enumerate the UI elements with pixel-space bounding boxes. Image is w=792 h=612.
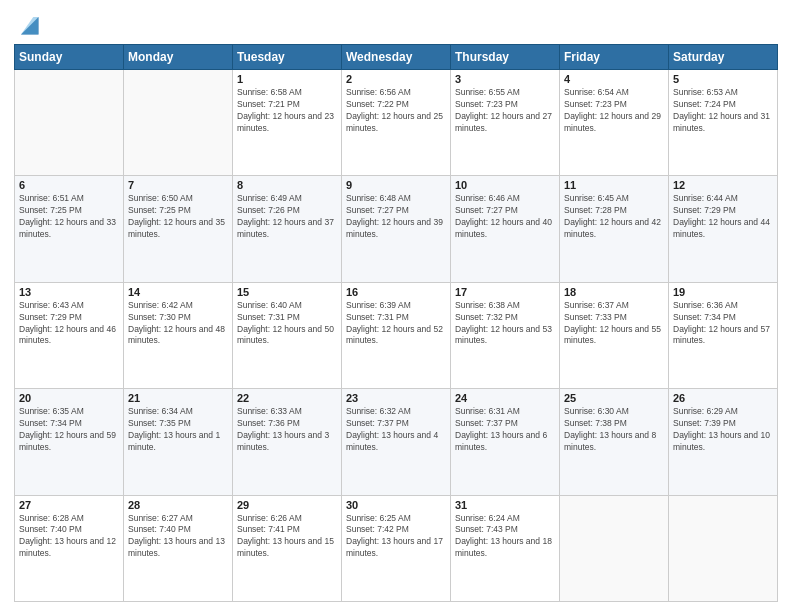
- day-info: Sunrise: 6:30 AM Sunset: 7:38 PM Dayligh…: [564, 406, 664, 454]
- week-row-1: 6Sunrise: 6:51 AM Sunset: 7:25 PM Daylig…: [15, 176, 778, 282]
- calendar-cell: 24Sunrise: 6:31 AM Sunset: 7:37 PM Dayli…: [451, 389, 560, 495]
- calendar-header: SundayMondayTuesdayWednesdayThursdayFrid…: [15, 45, 778, 70]
- day-number: 18: [564, 286, 664, 298]
- calendar-cell: 25Sunrise: 6:30 AM Sunset: 7:38 PM Dayli…: [560, 389, 669, 495]
- day-info: Sunrise: 6:46 AM Sunset: 7:27 PM Dayligh…: [455, 193, 555, 241]
- calendar-cell: 31Sunrise: 6:24 AM Sunset: 7:43 PM Dayli…: [451, 495, 560, 601]
- calendar-cell: 22Sunrise: 6:33 AM Sunset: 7:36 PM Dayli…: [233, 389, 342, 495]
- day-number: 10: [455, 179, 555, 191]
- day-info: Sunrise: 6:36 AM Sunset: 7:34 PM Dayligh…: [673, 300, 773, 348]
- weekday-monday: Monday: [124, 45, 233, 70]
- day-number: 2: [346, 73, 446, 85]
- day-info: Sunrise: 6:38 AM Sunset: 7:32 PM Dayligh…: [455, 300, 555, 348]
- calendar-cell: 1Sunrise: 6:58 AM Sunset: 7:21 PM Daylig…: [233, 70, 342, 176]
- day-number: 17: [455, 286, 555, 298]
- generalblue-icon: [14, 10, 42, 38]
- day-info: Sunrise: 6:31 AM Sunset: 7:37 PM Dayligh…: [455, 406, 555, 454]
- calendar-cell: 8Sunrise: 6:49 AM Sunset: 7:26 PM Daylig…: [233, 176, 342, 282]
- day-info: Sunrise: 6:54 AM Sunset: 7:23 PM Dayligh…: [564, 87, 664, 135]
- week-row-3: 20Sunrise: 6:35 AM Sunset: 7:34 PM Dayli…: [15, 389, 778, 495]
- calendar-cell: 20Sunrise: 6:35 AM Sunset: 7:34 PM Dayli…: [15, 389, 124, 495]
- svg-marker-1: [21, 17, 39, 35]
- day-info: Sunrise: 6:27 AM Sunset: 7:40 PM Dayligh…: [128, 513, 228, 561]
- weekday-tuesday: Tuesday: [233, 45, 342, 70]
- day-number: 28: [128, 499, 228, 511]
- day-number: 23: [346, 392, 446, 404]
- day-info: Sunrise: 6:29 AM Sunset: 7:39 PM Dayligh…: [673, 406, 773, 454]
- day-info: Sunrise: 6:34 AM Sunset: 7:35 PM Dayligh…: [128, 406, 228, 454]
- calendar-cell: [560, 495, 669, 601]
- day-info: Sunrise: 6:40 AM Sunset: 7:31 PM Dayligh…: [237, 300, 337, 348]
- day-info: Sunrise: 6:58 AM Sunset: 7:21 PM Dayligh…: [237, 87, 337, 135]
- day-info: Sunrise: 6:49 AM Sunset: 7:26 PM Dayligh…: [237, 193, 337, 241]
- week-row-0: 1Sunrise: 6:58 AM Sunset: 7:21 PM Daylig…: [15, 70, 778, 176]
- day-number: 31: [455, 499, 555, 511]
- calendar-cell: 15Sunrise: 6:40 AM Sunset: 7:31 PM Dayli…: [233, 282, 342, 388]
- day-number: 24: [455, 392, 555, 404]
- day-info: Sunrise: 6:24 AM Sunset: 7:43 PM Dayligh…: [455, 513, 555, 561]
- calendar-cell: [124, 70, 233, 176]
- calendar-cell: 12Sunrise: 6:44 AM Sunset: 7:29 PM Dayli…: [669, 176, 778, 282]
- calendar-cell: 23Sunrise: 6:32 AM Sunset: 7:37 PM Dayli…: [342, 389, 451, 495]
- calendar-cell: 7Sunrise: 6:50 AM Sunset: 7:25 PM Daylig…: [124, 176, 233, 282]
- day-number: 29: [237, 499, 337, 511]
- calendar-cell: 28Sunrise: 6:27 AM Sunset: 7:40 PM Dayli…: [124, 495, 233, 601]
- calendar-cell: [15, 70, 124, 176]
- calendar-body: 1Sunrise: 6:58 AM Sunset: 7:21 PM Daylig…: [15, 70, 778, 602]
- day-number: 22: [237, 392, 337, 404]
- day-info: Sunrise: 6:28 AM Sunset: 7:40 PM Dayligh…: [19, 513, 119, 561]
- day-info: Sunrise: 6:43 AM Sunset: 7:29 PM Dayligh…: [19, 300, 119, 348]
- day-number: 16: [346, 286, 446, 298]
- calendar-cell: 19Sunrise: 6:36 AM Sunset: 7:34 PM Dayli…: [669, 282, 778, 388]
- day-info: Sunrise: 6:44 AM Sunset: 7:29 PM Dayligh…: [673, 193, 773, 241]
- calendar-table: SundayMondayTuesdayWednesdayThursdayFrid…: [14, 44, 778, 602]
- calendar-cell: 5Sunrise: 6:53 AM Sunset: 7:24 PM Daylig…: [669, 70, 778, 176]
- day-number: 9: [346, 179, 446, 191]
- day-number: 15: [237, 286, 337, 298]
- day-number: 21: [128, 392, 228, 404]
- calendar-cell: 10Sunrise: 6:46 AM Sunset: 7:27 PM Dayli…: [451, 176, 560, 282]
- calendar-cell: 11Sunrise: 6:45 AM Sunset: 7:28 PM Dayli…: [560, 176, 669, 282]
- calendar-cell: 9Sunrise: 6:48 AM Sunset: 7:27 PM Daylig…: [342, 176, 451, 282]
- day-number: 6: [19, 179, 119, 191]
- calendar-cell: 3Sunrise: 6:55 AM Sunset: 7:23 PM Daylig…: [451, 70, 560, 176]
- day-info: Sunrise: 6:53 AM Sunset: 7:24 PM Dayligh…: [673, 87, 773, 135]
- day-info: Sunrise: 6:25 AM Sunset: 7:42 PM Dayligh…: [346, 513, 446, 561]
- day-number: 4: [564, 73, 664, 85]
- day-number: 1: [237, 73, 337, 85]
- day-number: 7: [128, 179, 228, 191]
- header: [14, 10, 778, 38]
- day-number: 19: [673, 286, 773, 298]
- day-info: Sunrise: 6:45 AM Sunset: 7:28 PM Dayligh…: [564, 193, 664, 241]
- week-row-2: 13Sunrise: 6:43 AM Sunset: 7:29 PM Dayli…: [15, 282, 778, 388]
- day-info: Sunrise: 6:42 AM Sunset: 7:30 PM Dayligh…: [128, 300, 228, 348]
- calendar-cell: 29Sunrise: 6:26 AM Sunset: 7:41 PM Dayli…: [233, 495, 342, 601]
- calendar-cell: 13Sunrise: 6:43 AM Sunset: 7:29 PM Dayli…: [15, 282, 124, 388]
- week-row-4: 27Sunrise: 6:28 AM Sunset: 7:40 PM Dayli…: [15, 495, 778, 601]
- day-number: 13: [19, 286, 119, 298]
- day-info: Sunrise: 6:55 AM Sunset: 7:23 PM Dayligh…: [455, 87, 555, 135]
- day-number: 30: [346, 499, 446, 511]
- weekday-friday: Friday: [560, 45, 669, 70]
- calendar-cell: 4Sunrise: 6:54 AM Sunset: 7:23 PM Daylig…: [560, 70, 669, 176]
- calendar-cell: 27Sunrise: 6:28 AM Sunset: 7:40 PM Dayli…: [15, 495, 124, 601]
- logo: [14, 10, 46, 38]
- weekday-wednesday: Wednesday: [342, 45, 451, 70]
- day-info: Sunrise: 6:35 AM Sunset: 7:34 PM Dayligh…: [19, 406, 119, 454]
- day-number: 3: [455, 73, 555, 85]
- day-info: Sunrise: 6:51 AM Sunset: 7:25 PM Dayligh…: [19, 193, 119, 241]
- calendar-cell: 16Sunrise: 6:39 AM Sunset: 7:31 PM Dayli…: [342, 282, 451, 388]
- day-number: 26: [673, 392, 773, 404]
- weekday-header-row: SundayMondayTuesdayWednesdayThursdayFrid…: [15, 45, 778, 70]
- day-number: 25: [564, 392, 664, 404]
- day-info: Sunrise: 6:33 AM Sunset: 7:36 PM Dayligh…: [237, 406, 337, 454]
- calendar-cell: 17Sunrise: 6:38 AM Sunset: 7:32 PM Dayli…: [451, 282, 560, 388]
- day-info: Sunrise: 6:26 AM Sunset: 7:41 PM Dayligh…: [237, 513, 337, 561]
- weekday-sunday: Sunday: [15, 45, 124, 70]
- day-info: Sunrise: 6:32 AM Sunset: 7:37 PM Dayligh…: [346, 406, 446, 454]
- calendar-cell: 2Sunrise: 6:56 AM Sunset: 7:22 PM Daylig…: [342, 70, 451, 176]
- day-number: 27: [19, 499, 119, 511]
- calendar-cell: 21Sunrise: 6:34 AM Sunset: 7:35 PM Dayli…: [124, 389, 233, 495]
- day-number: 14: [128, 286, 228, 298]
- calendar-cell: 6Sunrise: 6:51 AM Sunset: 7:25 PM Daylig…: [15, 176, 124, 282]
